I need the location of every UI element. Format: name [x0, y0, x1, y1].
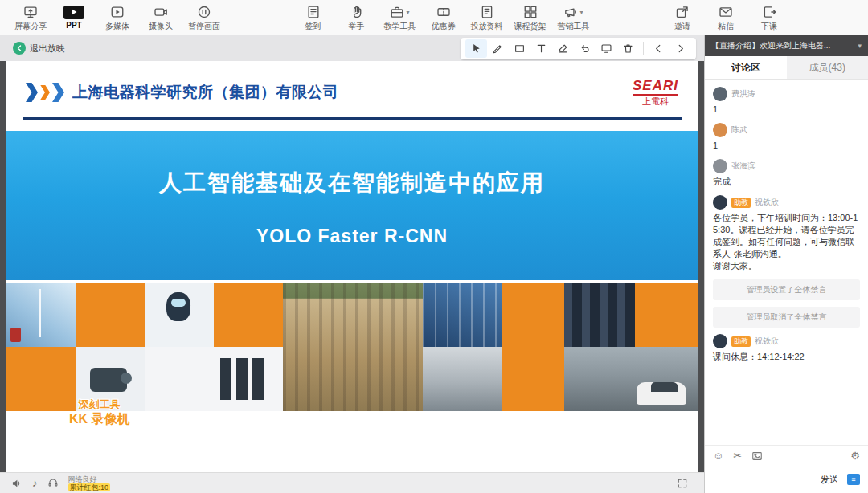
chat-sidebar: 【直播介绍】欢迎来到上海电器... ▾ 讨论区 成员(43) 费洪涛 1 [704, 35, 868, 493]
toolbar-item-materials[interactable]: 投放资料 [466, 2, 508, 32]
chevron-down-icon: ▾ [406, 9, 409, 16]
stage-status-bar: ♪ 网络良好 累计红包:10 [0, 472, 704, 493]
collage-photo-solar-panels [423, 283, 502, 347]
chevron-left-icon [653, 43, 665, 55]
system-message: 管理员设置了全体禁言 [713, 279, 860, 300]
company-brand: 上海电器科学研究所（集团）有限公司 [26, 82, 339, 103]
toolbar-item-ppt[interactable]: PPT [53, 2, 95, 30]
live-intro-header[interactable]: 【直播介绍】欢迎来到上海电器... ▾ [705, 35, 868, 56]
gear-icon[interactable]: ⚙ [850, 450, 860, 461]
sender-name: 费洪涛 [731, 88, 755, 100]
assistant-badge: 助教 [731, 198, 751, 208]
header-divider [23, 117, 682, 120]
toolbar-item-coupon[interactable]: 优惠券 [423, 2, 465, 32]
status-text-block: 网络良好 累计红包:10 [68, 475, 111, 491]
tab-members[interactable]: 成员(43) [787, 56, 868, 79]
rectangle-tool-button[interactable] [509, 39, 530, 58]
toolbar-item-camera[interactable]: 摄像头 [140, 2, 182, 32]
exit-label: 退出放映 [30, 43, 65, 55]
marketing-tools-icon [563, 5, 578, 19]
send-mode-toggle[interactable]: ≡ [847, 474, 860, 485]
sender-name: 祝铁欣 [755, 336, 779, 347]
slide-subtitle: YOLO Faster R-CNN [256, 226, 448, 247]
title-banner: 人工智能基础及在智能制造中的应用 YOLO Faster R-CNN [6, 131, 698, 280]
screen-icon [600, 43, 612, 55]
image-icon[interactable] [751, 450, 763, 462]
collage-orange-block [635, 283, 698, 347]
coupon-icon [436, 5, 451, 19]
toolbar-item-media[interactable]: 多媒体 [96, 2, 138, 32]
cursor-tool-button[interactable] [465, 39, 487, 58]
annotation-toolbar [461, 38, 696, 59]
collage-orange-block [502, 283, 564, 347]
avatar [713, 159, 727, 173]
trash-icon [622, 43, 634, 55]
send-button[interactable]: 发送 [816, 473, 843, 487]
toolbar-item-marketing-tools[interactable]: ▾ 营销工具 [553, 2, 595, 32]
avatar [713, 123, 727, 137]
toolbar-item-invite[interactable]: 邀请 [661, 2, 703, 32]
toolbar-group-session: 邀请 粘信 下课 [661, 2, 790, 32]
chat-message: 费洪涛 1 [713, 87, 860, 116]
music-icon[interactable]: ♪ [32, 478, 38, 488]
next-page-button[interactable] [669, 39, 691, 58]
cursor-icon [470, 43, 482, 55]
slide-title: 人工智能基础及在智能制造中的应用 [159, 168, 545, 198]
collage-orange-block [214, 283, 283, 347]
exit-presentation-button[interactable]: 退出放映 [8, 41, 70, 55]
toolbar-item-screen-share[interactable]: 屏幕分享 [10, 2, 51, 32]
ppt-slide: 上海电器科学研究所（集团）有限公司 SEARI 上電科 人工智能基础及在智能制造… [6, 61, 698, 472]
watermark-line2: KK 录像机 [69, 411, 130, 426]
toolbar-item-pause-screen[interactable]: 暂停画面 [183, 2, 225, 32]
headset-icon[interactable] [47, 478, 59, 489]
chat-message-list[interactable]: 费洪涛 1 陈武 1 张海滨 完成 [705, 80, 868, 445]
collage-photo-electrical-cabinets [564, 283, 635, 347]
sender-name: 张海滨 [731, 161, 755, 172]
toolbar-item-raise-hand[interactable]: 举手 [336, 2, 378, 32]
undo-button[interactable] [574, 39, 596, 58]
collage-photo-test-corridor [423, 347, 502, 411]
collage-photo-robot [145, 283, 214, 347]
clip-icon[interactable]: ✂ [733, 450, 742, 461]
trash-button[interactable] [617, 39, 639, 58]
pen-icon [492, 43, 504, 55]
fullscreen-button[interactable] [672, 477, 693, 490]
toolbar-separator [643, 42, 644, 55]
text-tool-button[interactable] [530, 39, 552, 58]
emoji-icon[interactable]: ☺ [713, 450, 723, 461]
text-icon [535, 43, 547, 55]
letter-icon [719, 5, 733, 19]
network-status: 网络良好 [68, 475, 111, 483]
screen-tool-button[interactable] [596, 39, 617, 58]
prev-page-button[interactable] [648, 39, 669, 58]
chat-toolbar: ☺ ✂ ⚙ [705, 445, 868, 466]
message-text: 各位学员，下午培训时间为：13:00-15:30。课程已经开始，请各位学员完成签… [713, 212, 860, 272]
tab-discussion[interactable]: 讨论区 [705, 56, 787, 79]
chat-message: 助教 祝铁欣 课间休息：14:12-14:22 [713, 334, 860, 363]
teaching-tools-icon [390, 5, 404, 19]
sign-in-icon [306, 5, 321, 19]
toolbar-item-sign-in[interactable]: 签到 [293, 2, 334, 32]
seari-logo: SEARI 上電科 [633, 79, 678, 106]
toolbar-item-letter[interactable]: 粘信 [705, 2, 747, 32]
chat-message: 张海滨 完成 [713, 159, 860, 188]
speaker-icon[interactable] [11, 478, 23, 489]
chevron-down-icon: ▾ [858, 42, 862, 50]
pen-tool-button[interactable] [487, 39, 509, 58]
collage-orange-block [76, 283, 145, 347]
message-text: 课间休息：14:12-14:22 [713, 351, 860, 363]
system-message: 管理员取消了全体禁言 [713, 307, 860, 328]
eraser-icon [557, 43, 569, 55]
undo-icon [579, 43, 591, 55]
toolbar-item-teaching-tools[interactable]: ▾ 教学工具 [379, 2, 421, 32]
collage-orange-block [502, 347, 564, 411]
sender-name: 陈武 [731, 124, 747, 136]
toolbar-item-end-class[interactable]: 下课 [748, 2, 790, 32]
eraser-tool-button[interactable] [552, 39, 574, 58]
course-shelf-icon [523, 5, 538, 19]
toolbar-item-course-shelf[interactable]: 课程货架 [510, 2, 551, 32]
seari-logo-text: SEARI [633, 79, 678, 96]
pause-icon [197, 5, 211, 19]
rectangle-icon [514, 43, 526, 55]
avatar [713, 334, 727, 348]
